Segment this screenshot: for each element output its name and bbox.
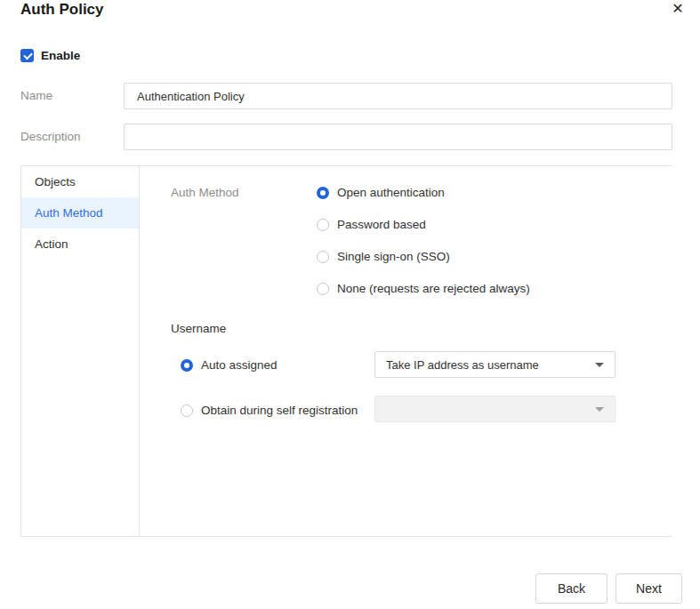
radio-label: Auto assigned <box>201 357 278 373</box>
description-input[interactable] <box>124 124 672 150</box>
settings-panel: Objects Auth Method Action Auth Method O… <box>20 165 672 537</box>
radio-auto-assigned[interactable]: Auto assigned <box>181 357 278 373</box>
radio-label: Obtain during self registration <box>201 403 358 419</box>
radio-selected-icon[interactable] <box>181 359 193 372</box>
tab-sidebar: Objects Auth Method Action <box>20 166 140 536</box>
auth-method-label: Auth Method <box>171 186 239 200</box>
radio-open-authentication[interactable]: Open authentication <box>317 185 445 201</box>
radio-unselected-icon[interactable] <box>317 251 329 263</box>
name-input[interactable] <box>124 83 672 109</box>
back-button[interactable]: Back <box>535 573 607 604</box>
username-source-dropdown[interactable]: Take IP address as username <box>374 351 616 378</box>
description-label: Description <box>20 130 81 144</box>
radio-selected-icon[interactable] <box>317 187 329 199</box>
chevron-down-icon <box>595 407 604 412</box>
radio-none-rejected[interactable]: None (requests are rejected always) <box>317 281 530 297</box>
next-button[interactable]: Next <box>616 573 682 604</box>
enable-checkbox-checked-icon[interactable] <box>20 49 34 62</box>
self-registration-dropdown <box>374 396 616 422</box>
enable-label: Enable <box>41 49 80 62</box>
tab-auth-method[interactable]: Auth Method <box>21 197 139 228</box>
radio-unselected-icon[interactable] <box>317 283 329 295</box>
tab-objects[interactable]: Objects <box>21 166 139 197</box>
username-label: Username <box>171 322 226 336</box>
radio-label: Password based <box>337 217 426 233</box>
radio-label: Single sign-on (SSO) <box>337 249 450 265</box>
radio-password-based[interactable]: Password based <box>317 217 426 233</box>
name-label: Name <box>20 89 52 103</box>
enable-checkbox-row[interactable]: Enable <box>20 49 80 62</box>
dialog-title: Auth Policy <box>20 0 104 20</box>
radio-unselected-icon[interactable] <box>181 405 193 417</box>
radio-single-sign-on[interactable]: Single sign-on (SSO) <box>317 249 450 265</box>
radio-label: Open authentication <box>337 185 445 201</box>
chevron-down-icon <box>595 363 604 367</box>
tab-content-auth-method: Auth Method Open authentication Password… <box>141 166 672 536</box>
radio-label: None (requests are rejected always) <box>337 281 530 297</box>
radio-unselected-icon[interactable] <box>317 219 329 231</box>
close-icon[interactable]: ✕ <box>667 0 688 20</box>
radio-obtain-self-registration[interactable]: Obtain during self registration <box>181 403 358 419</box>
dropdown-value: Take IP address as username <box>386 358 595 372</box>
tab-action[interactable]: Action <box>21 228 139 260</box>
